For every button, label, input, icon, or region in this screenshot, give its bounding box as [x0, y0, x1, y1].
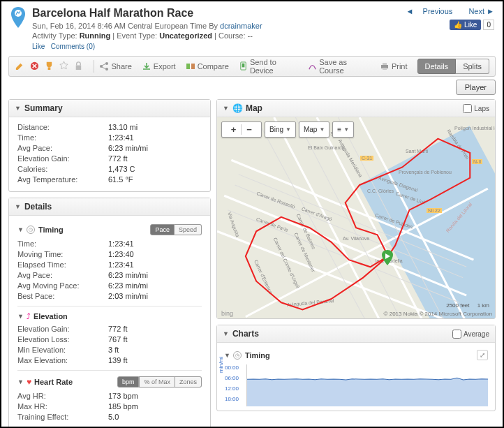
next-link[interactable]: Next ► — [461, 7, 494, 15]
print-button[interactable]: Print — [380, 61, 408, 71]
collapse-icon: ▼ — [17, 313, 24, 320]
chevron-down-icon: ▼ — [319, 126, 325, 133]
stat-value: 139 ft — [108, 356, 128, 364]
summary-header[interactable]: ▼Summary — [9, 100, 210, 117]
stat-row: Avg HR:173 bpm — [17, 392, 202, 400]
chart-yaxis-label: min/mi — [218, 356, 224, 373]
toggle-speed[interactable]: Speed — [175, 224, 202, 235]
hr-unit-toggle: bpm % of Max Zones — [117, 376, 202, 388]
comments-link[interactable]: Comments (0) — [51, 43, 95, 50]
details-header[interactable]: ▼Details — [9, 198, 210, 216]
stat-row: Max HR:185 bpm — [17, 402, 202, 411]
like-link[interactable]: Like — [32, 43, 45, 50]
stat-value: 772 ft — [108, 325, 128, 333]
stat-row: Avg Pace:6:23 min/mi — [17, 271, 202, 279]
globe-icon: 🌐 — [232, 103, 243, 113]
map-credit: © 2013 Nokia © 2014 Microsoft Corporatio… — [384, 311, 492, 317]
hr-section-header[interactable]: ▼ ♥ Heart Rate bpm % of Max Zones — [17, 376, 202, 388]
stat-value: 1:23:41 — [108, 239, 134, 248]
stat-key: Avg Moving Pace: — [17, 281, 108, 290]
compare-button[interactable]: Compare — [186, 61, 229, 71]
chart-svg — [247, 364, 488, 406]
bing-logo: bing — [221, 310, 233, 317]
stat-row: Time:1:23:41 — [17, 239, 202, 248]
activity-title: Barcelona Half Marathon Race — [32, 7, 399, 20]
map-type-dropdown[interactable]: Map▼ — [299, 121, 329, 138]
export-button[interactable]: Export — [142, 61, 176, 71]
stat-key: Best Pace: — [17, 292, 108, 300]
right-column: ▼ 🌐 Map Laps +− Bing▼ Map▼ ≡▼ — [216, 99, 496, 428]
tab-splits[interactable]: Splits — [456, 59, 489, 74]
tab-details[interactable]: Details — [417, 59, 457, 74]
player-button[interactable]: Player — [456, 80, 496, 95]
lock-icon[interactable] — [73, 61, 84, 72]
stat-value: 767 ft — [108, 335, 128, 344]
stat-row: Avg Temperature:61.5 °F — [17, 175, 202, 184]
charts-header[interactable]: ▼ Charts Average — [217, 325, 495, 343]
trophy-icon[interactable] — [44, 61, 54, 72]
stat-value: 1,473 C — [108, 165, 135, 173]
map-controls: +− Bing▼ Map▼ ≡▼ — [221, 121, 354, 138]
stat-key: Elevation Loss: — [17, 335, 108, 344]
stat-key: Avg Pace: — [17, 271, 108, 279]
layers-icon: ≡ — [337, 126, 341, 133]
heart-icon: ♥ — [27, 377, 31, 387]
stat-key: Elapsed Time: — [17, 260, 108, 269]
timing-chart[interactable]: min/mi 00:0006:0012:0018:00 — [246, 364, 488, 406]
stat-key: Max Elevation: — [17, 356, 108, 364]
chevron-down-icon: ▼ — [286, 126, 291, 133]
svg-rect-8 — [191, 64, 195, 69]
map-header[interactable]: ▼ 🌐 Map Laps — [217, 100, 495, 117]
toggle-pct[interactable]: % of Max — [139, 376, 175, 388]
pace-speed-toggle: Pace Speed — [150, 224, 202, 235]
map-scale: 2500 feet 1 km — [446, 302, 489, 309]
expand-icon[interactable]: ⤢ — [477, 350, 488, 360]
chart-timing-header: ▼ ◷ Timing ⤢ — [224, 350, 488, 360]
map-layers-button[interactable]: ≡▼ — [332, 121, 354, 138]
user-link[interactable]: dcrainmaker — [220, 22, 262, 30]
left-column: ▼Summary Distance:13.10 miTime:1:23:41Av… — [8, 99, 211, 428]
stat-row: Elevation Gain:772 ft — [17, 154, 202, 163]
fb-like[interactable]: 👍 Like 0 — [450, 20, 494, 30]
stat-value: 61.5 °F — [108, 175, 133, 184]
stat-value: 772 ft — [108, 154, 128, 163]
collapse-icon: ▼ — [17, 378, 24, 385]
stat-value: 173 bpm — [108, 392, 138, 400]
delete-icon[interactable] — [29, 61, 40, 72]
header-right: ◄ Previous Next ► 👍 Like 0 — [399, 7, 494, 50]
stat-row: Elevation Loss:767 ft — [17, 335, 202, 344]
star-icon[interactable] — [59, 61, 69, 72]
activity-subtitle: Sun, Feb 16, 2014 8:46 AM Central Europe… — [32, 22, 399, 30]
zoom-in[interactable]: + — [226, 124, 242, 135]
laps-checkbox[interactable] — [463, 104, 472, 113]
map-panel: ▼ 🌐 Map Laps +− Bing▼ Map▼ ≡▼ — [216, 99, 496, 319]
send-device-button[interactable]: Send to Device — [239, 58, 298, 75]
stat-value: 3 ft — [108, 346, 119, 354]
toggle-bpm[interactable]: bpm — [117, 376, 140, 388]
stat-key: Avg Temperature: — [17, 175, 108, 184]
average-checkbox[interactable] — [452, 330, 461, 339]
map-provider-dropdown[interactable]: Bing▼ — [265, 121, 296, 138]
toggle-pace[interactable]: Pace — [150, 224, 175, 235]
collapse-icon: ▼ — [15, 203, 21, 210]
stat-row: Max Elevation:139 ft — [17, 356, 202, 364]
toggle-zones[interactable]: Zones — [175, 376, 202, 388]
collapse-icon: ▼ — [223, 330, 229, 337]
stat-row: Avg Moving Pace:6:23 min/mi — [17, 281, 202, 290]
prev-link[interactable]: ◄ Previous — [406, 7, 453, 15]
stat-key: Time: — [17, 239, 108, 248]
clock-icon: ◷ — [233, 351, 242, 360]
nav-links: ◄ Previous Next ► — [399, 7, 494, 15]
share-button[interactable]: Share — [99, 61, 131, 71]
activity-header: Barcelona Half Marathon Race Sun, Feb 16… — [1, 1, 503, 53]
zoom-out[interactable]: − — [242, 124, 257, 135]
edit-icon[interactable] — [15, 61, 25, 72]
stat-value: 1:23:40 — [108, 250, 134, 258]
elevation-section-header[interactable]: ▼ ⤴ Elevation — [17, 312, 202, 320]
save-course-button[interactable]: Save as Course — [308, 58, 370, 75]
summary-panel: ▼Summary Distance:13.10 miTime:1:23:41Av… — [8, 99, 211, 192]
stat-row: Elapsed Time:1:23:41 — [17, 260, 202, 269]
timing-section-header[interactable]: ▼ ◷ Timing Pace Speed — [17, 224, 202, 235]
map-canvas[interactable]: Sant Martí Provençals de Poblenou Avingu… — [217, 117, 495, 318]
stat-key: Distance: — [17, 123, 108, 131]
